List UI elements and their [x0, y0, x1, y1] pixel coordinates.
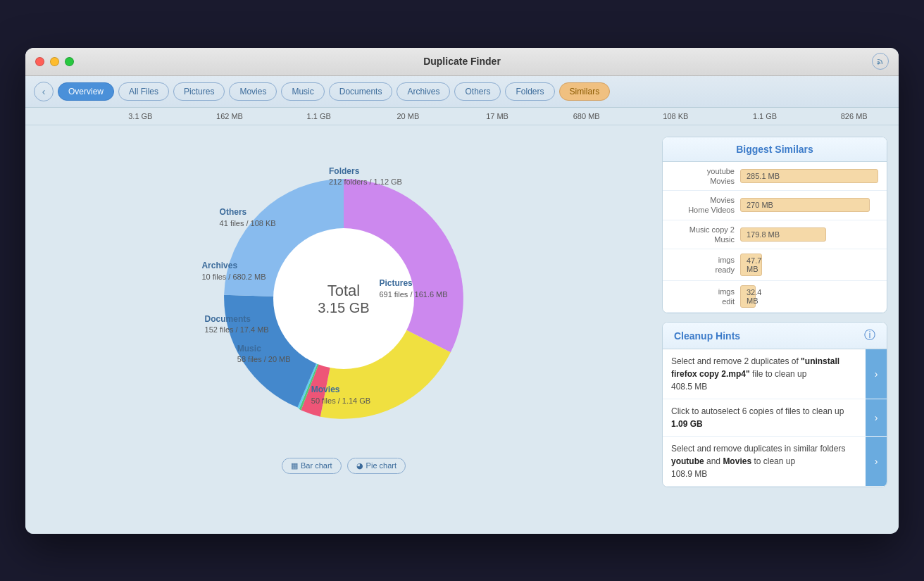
- biggest-similars-header: Biggest Similars: [663, 137, 887, 162]
- similar-bar-container-2: 270 MB: [740, 198, 878, 212]
- similar-bar-3[interactable]: 179.8 MB: [740, 227, 826, 242]
- similar-bar-container-4: 47.7 MB: [740, 254, 878, 276]
- tab-pictures[interactable]: Pictures: [173, 82, 225, 101]
- size-music: 20 MB: [363, 112, 453, 120]
- size-folders: 1.1 GB: [720, 112, 810, 120]
- minimize-button[interactable]: [50, 57, 59, 66]
- similar-row-4: imgs ready 47.7 MB: [663, 249, 887, 281]
- hint-text-1: Select and remove 2 duplicates of "unins…: [663, 349, 866, 399]
- similar-label-4: imgs ready: [671, 255, 735, 275]
- size-movies: 1.1 GB: [274, 112, 363, 120]
- cleanup-info-icon[interactable]: ⓘ: [864, 328, 875, 343]
- label-others: Others 41 files / 108 KB: [220, 206, 276, 229]
- hint-arrow-2[interactable]: ›: [866, 399, 887, 436]
- tab-folders[interactable]: Folders: [505, 82, 554, 101]
- app-window: Duplicate Finder ‹ Overview All Files Pi…: [25, 48, 899, 534]
- similar-row-3: Music copy 2 Music 179.8 MB: [663, 220, 887, 250]
- hint-text-2: Click to autoselect 6 copies of files to…: [663, 399, 866, 436]
- tab-music[interactable]: Music: [281, 82, 324, 101]
- window-controls: [35, 57, 74, 66]
- cleanup-hints-panel: Cleanup Hints ⓘ Select and remove 2 dupl…: [662, 322, 887, 487]
- label-documents: Documents 152 files / 17.4 MB: [205, 313, 269, 336]
- biggest-similars-title: Biggest Similars: [736, 144, 813, 155]
- tab-all-files[interactable]: All Files: [118, 82, 169, 101]
- size-similars: 826 MB: [809, 112, 899, 120]
- label-folders: Folders 212 folders / 1.12 GB: [329, 165, 402, 188]
- label-movies: Movies 50 files / 1.14 GB: [311, 384, 370, 406]
- cleanup-hints-header: Cleanup Hints ⓘ: [663, 323, 887, 349]
- pie-chart-label: Pie chart: [366, 461, 397, 470]
- close-button[interactable]: [35, 57, 44, 66]
- hint-arrow-3[interactable]: ›: [866, 437, 887, 486]
- similar-label-3: Music copy 2 Music: [671, 225, 735, 245]
- similar-row-1: youtube Movies 285.1 MB: [663, 162, 887, 192]
- hint-arrow-1[interactable]: ›: [866, 349, 887, 399]
- titlebar: Duplicate Finder: [25, 48, 899, 76]
- similar-bar-container-5: 32.4 MB: [740, 285, 878, 308]
- biggest-similars-panel: Biggest Similars youtube Movies 285.1 MB…: [662, 137, 887, 314]
- window-title: Duplicate Finder: [423, 56, 501, 67]
- similar-row-2: Movies Home Videos 270 MB: [663, 191, 887, 220]
- similar-bar-container-3: 179.8 MB: [740, 227, 878, 242]
- tab-movies[interactable]: Movies: [229, 82, 277, 101]
- pie-chart-button[interactable]: ◕ Pie chart: [347, 458, 406, 474]
- bar-chart-label: Bar chart: [301, 461, 332, 470]
- maximize-button[interactable]: [65, 57, 74, 66]
- label-archives: Archives 10 files / 680.2 MB: [201, 260, 266, 282]
- size-archives: 680 MB: [542, 112, 631, 120]
- size-others: 108 KB: [631, 112, 720, 120]
- similar-label-2: Movies Home Videos: [671, 195, 735, 215]
- tab-similars[interactable]: Similars: [559, 82, 611, 101]
- pie-chart-container: Total 3.15 GB Folders 212 folders / 1.12…: [196, 151, 492, 446]
- toolbar: ‹ Overview All Files Pictures Movies Mus…: [25, 76, 899, 108]
- bar-chart-icon: ▦: [291, 461, 298, 470]
- cleanup-title: Cleanup Hints: [674, 330, 740, 342]
- size-documents: 17 MB: [453, 112, 542, 120]
- similar-bar-container-1: 285.1 MB: [740, 169, 878, 183]
- rss-icon[interactable]: [872, 53, 889, 70]
- chart-area: Total 3.15 GB Folders 212 folders / 1.12…: [37, 137, 651, 523]
- main-content: Total 3.15 GB Folders 212 folders / 1.12…: [25, 125, 899, 534]
- similar-bar-4[interactable]: 47.7 MB: [740, 254, 762, 276]
- label-music: Music 58 files / 20 MB: [237, 343, 291, 366]
- hint-text-3: Select and remove duplicates in similar …: [663, 437, 866, 486]
- similar-bar-2[interactable]: 270 MB: [740, 198, 870, 212]
- size-pictures: 162 MB: [185, 112, 275, 120]
- similar-row-5: imgs edit 32.4 MB: [663, 281, 887, 313]
- tab-documents[interactable]: Documents: [329, 82, 393, 101]
- hint-row-3: Select and remove duplicates in similar …: [663, 437, 887, 487]
- label-pictures: Pictures 691 files / 161.6 MB: [379, 277, 447, 300]
- bar-chart-button[interactable]: ▦ Bar chart: [282, 458, 342, 474]
- similar-bar-5[interactable]: 32.4 MB: [740, 285, 756, 308]
- similar-bar-1[interactable]: 285.1 MB: [740, 169, 878, 183]
- size-all-files: 3.1 GB: [96, 112, 185, 120]
- tab-archives[interactable]: Archives: [397, 82, 450, 101]
- chart-buttons: ▦ Bar chart ◕ Pie chart: [282, 458, 406, 474]
- tab-overview[interactable]: Overview: [58, 82, 114, 101]
- similar-label-1: youtube Movies: [671, 166, 735, 187]
- similar-label-5: imgs edit: [671, 287, 735, 307]
- back-button[interactable]: ‹: [34, 82, 54, 101]
- right-panel: Biggest Similars youtube Movies 285.1 MB…: [662, 137, 887, 523]
- sizes-bar: 3.1 GB 162 MB 1.1 GB 20 MB 17 MB 680 MB …: [25, 108, 899, 125]
- svg-point-0: [878, 63, 880, 65]
- pie-chart-icon: ◕: [356, 461, 363, 470]
- hint-row-2: Click to autoselect 6 copies of files to…: [663, 399, 887, 437]
- tab-others[interactable]: Others: [454, 82, 501, 101]
- hint-row-1: Select and remove 2 duplicates of "unins…: [663, 349, 887, 399]
